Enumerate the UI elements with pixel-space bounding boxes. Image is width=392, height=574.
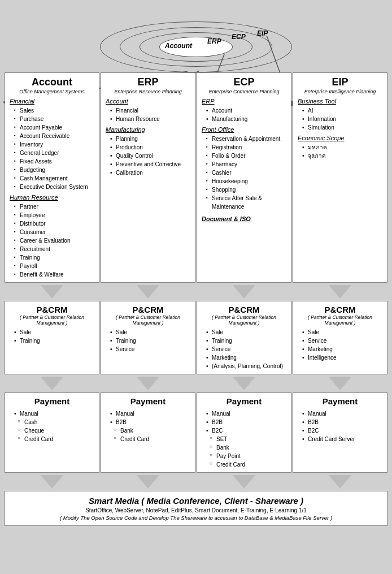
pcrm-list-1: Sale Training <box>10 328 94 345</box>
list-item: Partner <box>14 202 94 211</box>
pcrm-subtitle-3: ( Partner & Customer Relation Management… <box>202 314 286 326</box>
payment-cell-4: Payment Manual B2B B2C Credit Card Serve… <box>293 392 387 473</box>
manufacturing-list: Planning Production Quality Control Prev… <box>106 135 190 177</box>
list-item: B2B <box>206 418 286 426</box>
list-item: Account Receivable <box>14 132 94 140</box>
list-item: Manual <box>110 409 190 418</box>
list-item: Sales <box>14 106 94 115</box>
down-arrow <box>233 377 255 390</box>
list-item: Consumer <box>14 228 94 236</box>
ecp-erp-label: ERP <box>202 98 286 105</box>
list-item: Human Resource <box>110 115 190 123</box>
page: Account ERP ECP EIP <box>0 0 392 530</box>
header-ellipse-area: Account ERP ECP EIP <box>5 5 387 72</box>
payment-cell-3: Payment Manual B2B B2C SET Bank Pay Poin… <box>197 392 291 473</box>
arrow-cell <box>101 474 195 490</box>
account-subtitle: Office Management Systems <box>10 89 94 94</box>
list-item: Sale <box>206 328 286 336</box>
list-item: B2C <box>206 426 286 435</box>
arrow-cell <box>5 474 99 490</box>
arrow-cell <box>101 284 195 300</box>
list-item: Housekeeping <box>206 177 286 185</box>
payment-list-1: Manual <box>10 409 94 418</box>
list-item: Executive Decision System <box>14 183 94 191</box>
economic-label: Economic Scope <box>298 135 382 141</box>
pcrm-title-1: P&CRM <box>10 305 94 314</box>
payment-list-3: Manual B2B B2C <box>202 409 286 435</box>
arrow-cell <box>293 376 387 391</box>
pcrm-title-2: P&CRM <box>106 305 190 314</box>
account-title: Account <box>10 76 94 88</box>
list-item: Service <box>302 336 382 345</box>
eip-title: EIP <box>298 76 382 88</box>
down-arrow <box>137 475 159 489</box>
list-item: Training <box>110 336 190 345</box>
erp-account-list: Financial Human Resource <box>106 106 190 123</box>
payment-list-4: Manual B2B B2C Credit Card Server <box>298 409 382 443</box>
down-arrow <box>329 377 351 390</box>
list-item: Cashier <box>206 169 286 177</box>
list-item: Account <box>206 106 286 115</box>
list-item: B2B <box>302 418 382 426</box>
footer-title: Smart Media ( Media Conference, Client -… <box>12 496 380 506</box>
down-arrow <box>41 285 63 299</box>
down-arrow <box>137 377 159 390</box>
list-item: Pay Point <box>210 452 286 460</box>
payment-row: Payment Manual Cash Cheque Credit Card P… <box>5 392 387 473</box>
list-item: General Ledger <box>14 149 94 157</box>
ecp-title: ECP <box>202 76 286 88</box>
down-arrow <box>233 475 255 489</box>
financial-label: Financial <box>10 98 94 105</box>
list-item: Cheque <box>18 426 94 435</box>
arrow-cell <box>293 474 387 490</box>
arrow-cell <box>101 376 195 391</box>
arrow-cell <box>5 284 99 300</box>
list-item: Financial <box>110 106 190 115</box>
hr-list: Partner Employee Distributor Consumer Ca… <box>10 202 94 279</box>
list-item: จุลภาค <box>302 152 382 160</box>
down-arrow <box>137 285 159 299</box>
business-label: Business Tool <box>298 98 382 105</box>
list-item: Sale <box>302 328 382 336</box>
list-item: Reservation & Appointment <box>206 135 286 143</box>
list-item: Recruitment <box>14 245 94 253</box>
pcrm-row: P&CRM ( Partner & Customer Relation Mana… <box>5 301 387 374</box>
list-item: Marketing <box>302 345 382 353</box>
list-item: Manual <box>302 409 382 418</box>
arrow-lines <box>100 21 292 72</box>
hr-label: Human Resource <box>10 194 94 201</box>
list-item: Production <box>110 143 190 152</box>
payment-title-2: Payment <box>106 396 190 406</box>
list-item: Manual <box>206 409 286 418</box>
pcrm-list-4: Sale Service Marketing Intelligence <box>298 328 382 362</box>
pcrm-subtitle-2: ( Partner & Customer Relation Management… <box>106 314 190 326</box>
list-item: Training <box>14 253 94 262</box>
list-item: Inventory <box>14 140 94 149</box>
manufacturing-label: Manufacturing <box>106 126 190 133</box>
list-item: SET <box>210 435 286 443</box>
list-item: มหภาค <box>302 143 382 152</box>
payment-sub-2: Bank Credit Card <box>106 426 190 443</box>
doc-iso-label: Document & ISO <box>202 215 286 222</box>
top-row: Account Office Management Systems Financ… <box>5 72 387 283</box>
list-item: Cash <box>18 418 94 426</box>
list-item: Shopping <box>206 185 286 194</box>
list-item: (Analysis, Planning, Control) <box>206 362 286 370</box>
arrow-row-1 <box>5 284 387 300</box>
arrow-row-3 <box>5 474 387 490</box>
erp-title: ERP <box>106 76 190 88</box>
list-item: Budgeting <box>14 166 94 174</box>
list-item: AI <box>302 106 382 115</box>
account-cell: Account Office Management Systems Financ… <box>5 72 99 283</box>
list-item: Bank <box>210 443 286 452</box>
list-item: Planning <box>110 135 190 143</box>
list-item: Marketing <box>206 353 286 362</box>
erp-account-label: Account <box>106 98 190 105</box>
pcrm-subtitle-4: ( Partner & Customer Relation Management… <box>298 314 382 326</box>
financial-list: Sales Purchase Account Payable Account R… <box>10 106 94 191</box>
erp-cell: ERP Enterprise Resource Planning Account… <box>101 72 195 283</box>
pcrm-cell-2: P&CRM ( Partner & Customer Relation Mana… <box>101 301 195 374</box>
pcrm-title-4: P&CRM <box>298 305 382 314</box>
list-item: Intelligence <box>302 353 382 362</box>
pcrm-list-3: Sale Training Service Marketing (Analysi… <box>202 328 286 370</box>
